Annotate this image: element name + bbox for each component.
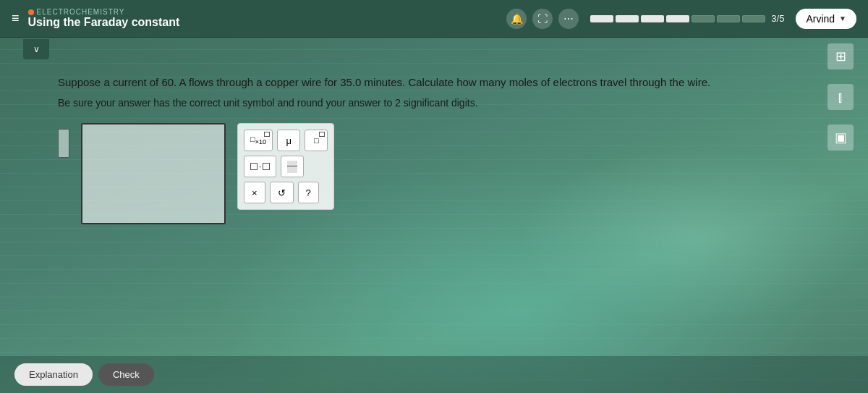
topic-label: ELECTROCHEMISTRY [28, 8, 180, 16]
toolbar-row-3: × ↺ ? [244, 182, 328, 203]
top-bar-right: 🔔 ⛶ ⋯ 3/5 Arvind ▼ [506, 9, 856, 29]
right-icon-1: ⊞ [835, 48, 846, 64]
icon-screen[interactable]: ⛶ [532, 9, 553, 29]
seg-1 [590, 15, 613, 22]
dot-symbol: · [259, 161, 261, 172]
user-name: Arvind [806, 13, 835, 25]
progress-segments [590, 15, 765, 22]
dot-box-left [250, 163, 258, 170]
toolbar-frac-label [287, 161, 297, 173]
answer-area: □×10 μ □ · [58, 123, 810, 224]
top-bar-left: ≡ ELECTROCHEMISTRY Using the Faraday con… [12, 8, 179, 29]
right-icon-btn-3[interactable]: ▣ [827, 124, 854, 151]
seg-3 [641, 15, 664, 22]
toolbar-btn-fraction[interactable] [281, 156, 304, 177]
bottom-bar: Explanation Check [0, 356, 868, 393]
toolbar-btn-exponent[interactable]: □×10 [244, 130, 273, 151]
seg-5 [692, 15, 715, 22]
toolbar-btn-times[interactable]: × [244, 182, 265, 203]
progress-container: 3/5 [590, 13, 784, 24]
explanation-label: Explanation [29, 369, 78, 380]
seg-2 [616, 15, 639, 22]
check-button[interactable]: Check [98, 363, 154, 386]
power-sup-box [319, 132, 325, 137]
sup-box [264, 132, 270, 137]
toolbar-times-label: × [252, 187, 258, 198]
toolbar-btn-power[interactable]: □ [305, 130, 328, 151]
right-icon-btn-1[interactable]: ⊞ [827, 43, 854, 69]
answer-input-box[interactable] [81, 123, 226, 224]
toolbar-btn-dot[interactable]: · [244, 156, 276, 177]
seg-6 [717, 15, 740, 22]
math-toolbar: □×10 μ □ · [237, 123, 334, 210]
question-line2: Be sure your answer has the correct unit… [58, 97, 810, 109]
toolbar-btn-power-label: □ [314, 136, 319, 145]
topic-info: ELECTROCHEMISTRY Using the Faraday const… [28, 8, 180, 29]
toolbar-row-1: □×10 μ □ [244, 130, 328, 151]
frac-denominator [287, 167, 297, 173]
top-icons: 🔔 ⛶ ⋯ [506, 9, 579, 29]
explanation-button[interactable]: Explanation [14, 363, 93, 386]
top-bar: ≡ ELECTROCHEMISTRY Using the Faraday con… [0, 0, 868, 38]
right-icons: ⊞ ⫿ ▣ [827, 43, 854, 151]
right-icon-btn-2[interactable]: ⫿ [827, 84, 854, 110]
collapse-button[interactable]: ∨ [23, 39, 49, 59]
question-line1: Suppose a current of 60. A flows through… [58, 74, 810, 91]
toolbar-btn-help[interactable]: ? [298, 182, 319, 203]
hamburger-icon[interactable]: ≡ [12, 11, 20, 26]
user-chevron-icon: ▼ [839, 14, 846, 22]
dot-box-right [263, 163, 270, 170]
toolbar-help-label: ? [306, 187, 311, 198]
toolbar-btn-undo[interactable]: ↺ [270, 182, 294, 203]
seg-7 [742, 15, 765, 22]
toolbar-row-2: · [244, 156, 328, 177]
collapse-chevron-icon: ∨ [33, 44, 40, 54]
right-icon-3: ▣ [835, 130, 847, 145]
input-cursor-indicator [58, 129, 69, 158]
topic-title: Using the Faraday constant [28, 16, 180, 29]
frac-numerator [287, 161, 297, 166]
user-menu-button[interactable]: Arvind ▼ [796, 9, 856, 29]
toolbar-dot-label: · [250, 161, 270, 172]
seg-4 [666, 15, 689, 22]
progress-text: 3/5 [771, 13, 784, 24]
toolbar-btn-mu[interactable]: μ [277, 130, 300, 151]
check-label: Check [113, 369, 140, 380]
topic-dot [28, 9, 34, 15]
topic-label-text: ELECTROCHEMISTRY [37, 8, 125, 16]
icon-more[interactable]: ⋯ [558, 9, 579, 29]
toolbar-undo-icon: ↺ [278, 187, 286, 198]
main-content: Suppose a current of 60. A flows through… [0, 59, 868, 239]
right-icon-2: ⫿ [837, 89, 844, 106]
toolbar-mu-label: μ [286, 135, 292, 146]
icon-bell[interactable]: 🔔 [506, 9, 527, 29]
